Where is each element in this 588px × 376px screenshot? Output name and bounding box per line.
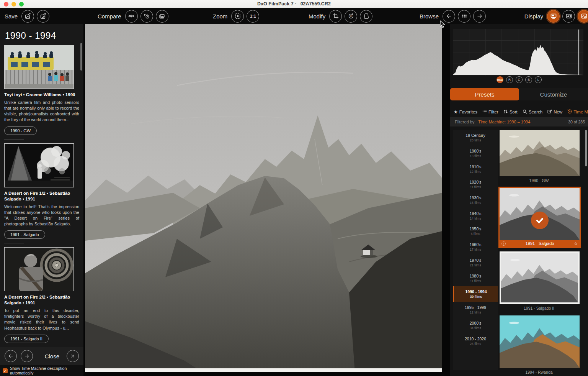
loupe-image-icon — [565, 13, 572, 20]
favorites-filter-button[interactable]: ★Favorites — [454, 109, 477, 115]
export-to-application-button[interactable] — [37, 10, 49, 23]
preset-pill-1991-salgado-ii[interactable]: 1991 - Salgado II — [4, 335, 49, 343]
zoom-1to1-button[interactable]: 1:1 — [247, 10, 259, 23]
preset-preview-image — [500, 315, 580, 368]
selected-preset-label-bar: i 1991 - Salgado ☆ — [500, 240, 580, 247]
main-toolbar: Save Compare Zoom 1:1 Modify — [0, 8, 588, 24]
display-loupe-button[interactable] — [562, 10, 575, 23]
filter-button[interactable]: Filter — [482, 109, 498, 115]
modify-rotate-button[interactable]: 90° — [345, 10, 357, 23]
decade-item-19-century[interactable]: 19 Century20 films — [453, 130, 498, 146]
decade-item-1900s[interactable]: 1900's13 films — [453, 146, 498, 161]
modify-group: Modify 90° — [309, 8, 372, 24]
decade-item-1995-1999[interactable]: 1995 - 199912 films — [453, 302, 498, 318]
save-group: Save — [5, 8, 49, 24]
preset-thumb-1990-gw[interactable]: 1990 - GW — [500, 130, 580, 183]
export-edit-icon — [40, 13, 47, 20]
decade-item-2010-2020[interactable]: 2010 - 202025 films — [453, 333, 498, 349]
channel-green-button[interactable]: G — [516, 76, 523, 83]
show-description-option[interactable]: ✓ Show Time Machine description automati… — [0, 365, 83, 376]
close-icon — [70, 353, 75, 359]
time-machine-close-button[interactable] — [67, 350, 79, 362]
decade-item-1950s[interactable]: 1950's6 films — [453, 223, 498, 239]
decade-item-1980s[interactable]: 1980's11 films — [453, 270, 498, 286]
time-machine-story-item: Toyi toyi • Graeme Williams • 1990 Unlik… — [0, 45, 83, 140]
display-fullscreen-button[interactable] — [547, 10, 560, 23]
browse-grid-button[interactable] — [458, 10, 470, 23]
preset-thumb-1991-salgado-selected[interactable]: i 1991 - Salgado ☆ — [500, 188, 580, 247]
favorite-star-icon[interactable]: ☆ — [574, 241, 578, 246]
modify-crop-button[interactable] — [329, 10, 342, 23]
modify-perspective-button[interactable] — [360, 10, 372, 23]
preset-info-icon[interactable]: i — [501, 241, 506, 246]
presets-panel: RGB R G B L Presets Customize ★Favorites… — [450, 24, 588, 376]
time-machine-scrollbar[interactable] — [80, 43, 82, 71]
time-machine-filter-button[interactable]: Time Machine — [567, 109, 588, 115]
export-to-disk-button[interactable] — [21, 10, 34, 23]
tab-customize[interactable]: Customize — [519, 88, 588, 100]
time-machine-previous-button[interactable] — [5, 350, 17, 362]
preset-pill-1991-salgado[interactable]: 1991 - Salgado — [4, 230, 45, 239]
channel-blue-button[interactable]: B — [525, 76, 532, 83]
histogram — [453, 29, 583, 76]
perspective-icon — [363, 13, 370, 20]
compare-side-by-side-button[interactable] — [156, 10, 168, 23]
compare-preview-button[interactable] — [125, 10, 138, 23]
sort-button[interactable]: Sort — [503, 109, 518, 115]
preset-pill-1990-gw[interactable]: 1990 - GW — [4, 126, 37, 135]
browse-label: Browse — [420, 13, 439, 20]
channel-luminance-button[interactable]: L — [535, 76, 542, 83]
divider — [4, 139, 24, 140]
search-button[interactable]: Search — [523, 109, 542, 115]
decade-item-2000s[interactable]: 2000's34 films — [453, 318, 498, 333]
story-photo-desert-fire-1 — [4, 143, 74, 187]
decade-item-1910s[interactable]: 1910's12 films — [453, 161, 498, 177]
compare-group: Compare — [98, 8, 168, 24]
story-description: Welcome to hell! That's the impression t… — [4, 204, 79, 227]
story-description: To put an end to this disaster, firefigh… — [4, 308, 79, 331]
panel-tabs: Presets Customize — [450, 88, 588, 100]
preset-thumb-1994-rwanda[interactable]: 1994 - Rwanda — [500, 315, 580, 374]
preset-thumb-1991-salgado-ii[interactable]: 1991 - Salgado II — [500, 251, 580, 310]
browse-next-button[interactable] — [473, 10, 486, 23]
channel-red-button[interactable]: R — [506, 76, 513, 83]
story-heading: A Desert on Fire 2/2 • Sebastião Salgado… — [4, 294, 79, 306]
new-preset-icon — [547, 109, 552, 115]
tab-presets[interactable]: Presets — [450, 88, 519, 100]
presets-scrollbar[interactable] — [585, 130, 587, 166]
preset-thumb-label: 1994 - Rwanda — [500, 370, 578, 374]
minimize-window-button[interactable] — [11, 2, 16, 7]
export-image-icon — [24, 13, 31, 20]
decade-item-1920s[interactable]: 1920's11 films — [453, 177, 498, 192]
decade-item-1930s[interactable]: 1930's15 films — [453, 192, 498, 208]
zoom-window-button[interactable] — [19, 2, 24, 7]
time-machine-story-item: A Desert on Fire 1/2 • Sebastião Salgado… — [0, 143, 83, 244]
story-heading: A Desert on Fire 1/2 • Sebastião Salgado… — [4, 190, 79, 202]
display-label: Display — [524, 13, 543, 20]
filtered-by-value[interactable]: Time Machine: 1990 – 1994 — [478, 120, 530, 124]
preset-thumb-label: 1991 - Salgado — [506, 241, 574, 246]
display-histogram-button[interactable] — [578, 10, 588, 23]
svg-text:90°: 90° — [350, 15, 352, 17]
compare-snapshots-button[interactable] — [140, 10, 153, 23]
story-photo-toyi-toyi — [4, 45, 74, 89]
crop-icon — [332, 13, 339, 20]
decade-item-1990-1994-selected[interactable]: 1990 - 199430 films — [453, 286, 498, 302]
time-machine-next-button[interactable] — [21, 350, 33, 362]
zoom-fit-button[interactable] — [231, 10, 244, 23]
decade-item-1940s[interactable]: 1940's14 films — [453, 208, 498, 223]
arrow-left-icon — [8, 353, 14, 359]
zoom-ratio-label: 1:1 — [250, 14, 256, 18]
zoom-group: Zoom 1:1 — [213, 8, 259, 24]
decade-item-1960s[interactable]: 1960's17 films — [453, 239, 498, 255]
new-preset-button[interactable]: New — [547, 109, 562, 115]
close-window-button[interactable] — [4, 2, 8, 7]
decade-item-1970s[interactable]: 1970's21 films — [453, 255, 498, 271]
story-heading: Toyi toyi • Graeme Williams • 1990 — [4, 92, 79, 98]
main-image-canvas[interactable] — [85, 24, 442, 372]
checkbox-checked-icon[interactable]: ✓ — [3, 368, 8, 373]
save-label: Save — [5, 13, 18, 20]
channel-rgb-button[interactable]: RGB — [497, 76, 503, 83]
preset-thumbnails-list: 1990 - GW i 1991 - Salgado ☆ 1991 - Salg… — [500, 130, 580, 376]
decades-list: 19 Century20 films 1900's13 films 1910's… — [453, 130, 498, 370]
